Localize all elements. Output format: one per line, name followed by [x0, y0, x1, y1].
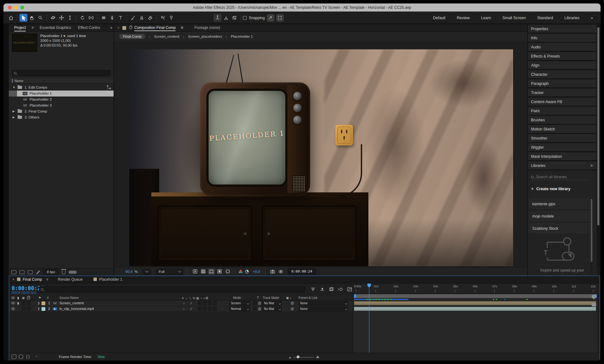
preserve-transparency-toggle[interactable] — [253, 301, 257, 305]
puppet-pin-tool[interactable] — [167, 14, 175, 22]
panel-content-aware-fill[interactable]: Content-Aware Fill — [528, 98, 596, 106]
layer-audio-icon[interactable] — [17, 302, 19, 305]
transparency-grid-icon[interactable] — [200, 269, 206, 274]
layer-row-screen-content[interactable]: ❯ 1 Screen_content ♁ ∕ Screen @ No Mat @… — [9, 301, 353, 306]
panel-libraries[interactable]: Libraries ≡ — [528, 162, 596, 170]
panel-brushes[interactable]: Brushes — [528, 116, 596, 124]
shy-switch-icon[interactable]: ♁ — [183, 301, 185, 305]
tab-timeline-final-comp[interactable]: ×Final Comp ≡ — [12, 277, 48, 282]
workspace-overflow-icon[interactable]: » — [591, 16, 593, 20]
matte-pickwhip-icon[interactable]: @ — [258, 301, 261, 305]
tab-composition-final-comp[interactable]: Composition Final Comp — [134, 25, 176, 30]
new-folder-icon[interactable] — [20, 270, 25, 274]
brush-tool[interactable] — [129, 14, 137, 22]
composition-image[interactable]: PLACEHOLDER 1 — [129, 49, 513, 266]
reset-exposure-icon[interactable] — [244, 269, 250, 274]
library-item-moje-modele[interactable]: moje modele — [528, 211, 590, 222]
panel-paint[interactable]: Paint — [528, 107, 596, 115]
timeline-ruler[interactable]: 0:00s 01s 02s 03s 04s 05s 06s 07s 08s 09… — [353, 284, 597, 294]
layer-name[interactable]: Screen_content — [59, 301, 84, 305]
layer-label-chip[interactable] — [42, 307, 45, 311]
parent-dropdown[interactable]: None — [299, 301, 348, 306]
3d-switch[interactable] — [213, 301, 217, 305]
libraries-search[interactable] — [531, 174, 590, 180]
expand-in-out-icon[interactable]: { } — [26, 354, 30, 359]
rotation-tool[interactable] — [79, 14, 87, 22]
project-search-input[interactable] — [18, 71, 109, 75]
flowchart-icon[interactable] — [108, 86, 111, 89]
timeline-menu-icon[interactable]: ≡ — [46, 277, 48, 282]
effect-switch[interactable] — [198, 301, 202, 305]
frame-blend-switch[interactable] — [203, 307, 207, 311]
tree-folder-final-comp[interactable]: ▶ 2. Final Comp — [9, 108, 114, 114]
trash-icon[interactable] — [62, 270, 65, 274]
comp-marker-bin-icon[interactable] — [592, 295, 596, 299]
timeline-search[interactable] — [39, 286, 305, 292]
axis-world-mode[interactable] — [222, 14, 230, 22]
quality-switch-icon[interactable]: ∕ — [191, 307, 194, 311]
hand-tool[interactable] — [28, 14, 36, 22]
library-item-szablony-stock[interactable]: Szablony Stock — [528, 223, 590, 234]
home-icon[interactable] — [7, 14, 15, 22]
panel-effects-presets[interactable]: Effects & Presets — [528, 52, 596, 61]
eraser-tool[interactable] — [146, 14, 154, 22]
project-settings-icon[interactable] — [36, 270, 40, 274]
interpret-footage-icon[interactable] — [11, 270, 16, 274]
clone-stamp-tool[interactable] — [138, 14, 146, 22]
viewer-timecode[interactable]: 0:00:00:24 — [288, 268, 316, 274]
work-area-bar[interactable] — [354, 294, 597, 298]
rectangle-tool[interactable] — [100, 14, 108, 22]
matte-pickwhip-icon[interactable]: @ — [258, 307, 261, 311]
panel-character[interactable]: Character — [528, 70, 596, 79]
selection-tool[interactable] — [20, 14, 27, 22]
snap-grid-button[interactable] — [276, 14, 284, 22]
tree-folder-edit-comps[interactable]: ▼ 1. Edit Comps — [9, 85, 114, 91]
parent-pickwhip-icon[interactable]: @ — [291, 307, 294, 311]
frame-blending-icon[interactable] — [329, 287, 334, 292]
panel-paragraph[interactable]: Paragraph — [528, 80, 596, 88]
exposure-value[interactable]: +0,0 — [253, 270, 260, 273]
workspace-review[interactable]: Review — [457, 16, 470, 20]
layer-visibility-icon[interactable] — [11, 307, 15, 310]
new-composition-icon[interactable] — [28, 270, 33, 274]
panel-wiggler[interactable]: Wiggler — [528, 143, 596, 152]
breadcrumb-screen-placeholders[interactable]: Screen_placeholders — [188, 35, 222, 38]
breadcrumb-placeholder-1[interactable]: Placeholder 1 — [231, 35, 253, 38]
sidebar-scrollbar[interactable] — [597, 25, 600, 267]
tab-timeline-placeholder-1[interactable]: Placeholder 1 — [93, 277, 122, 282]
bit-depth-button[interactable]: 8 bpc — [43, 269, 59, 275]
libraries-scrollbar[interactable] — [590, 198, 593, 274]
layer-label-chip[interactable] — [42, 301, 45, 305]
chevron-down-icon[interactable]: ▼ — [13, 86, 15, 89]
dolly-camera-tool[interactable] — [66, 14, 74, 22]
workspace-learn[interactable]: Learn — [481, 16, 491, 20]
create-new-library-button[interactable]: +Create new library — [531, 186, 570, 191]
preserve-transparency-toggle[interactable] — [253, 307, 257, 311]
mask-visibility-icon[interactable] — [216, 269, 223, 274]
axis-local-mode[interactable] — [214, 14, 221, 22]
orbit-camera-tool[interactable] — [49, 14, 57, 22]
playhead[interactable] — [369, 284, 369, 353]
expand-layer-switches-icon[interactable] — [12, 355, 16, 359]
magnification-dropdown[interactable] — [142, 269, 151, 274]
zoom-slider-handle[interactable] — [297, 356, 299, 358]
show-snapshot-icon[interactable] — [277, 269, 284, 274]
region-of-interest-icon[interactable] — [208, 269, 215, 274]
zoom-in-icon[interactable] — [316, 356, 319, 358]
render-time-icon[interactable]: ◔ — [35, 354, 37, 359]
tab-essential-graphics[interactable]: Essential Graphics — [40, 25, 71, 30]
snapshot-camera-icon[interactable] — [269, 269, 276, 274]
layer-row-tv-clip[interactable]: ❯ 2 tv_clip_horizontal.mp4 ♁ ∕ Normal @ … — [9, 306, 353, 312]
shy-layers-icon[interactable] — [320, 287, 325, 292]
composition-mini-flowchart-icon[interactable] — [310, 287, 316, 292]
parent-pickwhip-icon[interactable]: @ — [291, 301, 294, 305]
3d-switch[interactable] — [213, 307, 217, 311]
frame-blend-switch[interactable] — [203, 301, 207, 305]
layer-bar-tv-clip[interactable] — [354, 307, 596, 311]
blend-mode-dropdown[interactable]: Normal — [229, 307, 250, 311]
workspace-small-screen[interactable]: Small Screen — [502, 16, 526, 20]
blend-mode-dropdown[interactable]: Screen — [229, 301, 250, 306]
quality-switch-icon[interactable]: ∕ — [191, 301, 194, 305]
snapping-checkbox[interactable] — [243, 16, 247, 20]
tree-item-placeholder-3[interactable]: Placeholder 3 — [9, 102, 114, 108]
